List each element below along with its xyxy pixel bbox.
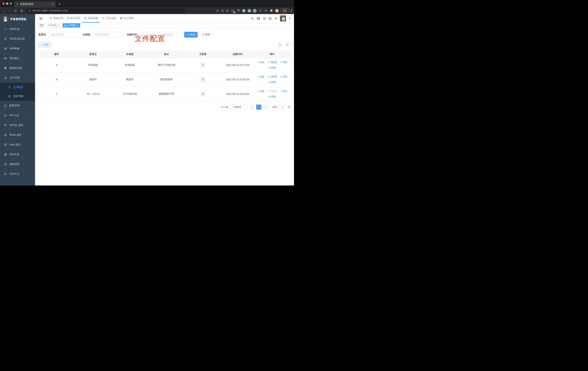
tag-home[interactable]: 首页 [38, 23, 45, 27]
delete-link[interactable]: 删除 [268, 81, 276, 84]
close-icon[interactable]: ✕ [58, 24, 60, 27]
sidebar-item-form-builder[interactable]: 表单构建 [0, 44, 35, 53]
sidebar-item-code-gen-demo[interactable]: 代码生成示例 [0, 34, 35, 44]
table-search-button[interactable] [277, 42, 283, 48]
nav-item-payment[interactable]: ¥ 支付管理 [65, 14, 82, 23]
extension-eye-icon[interactable] [264, 9, 268, 12]
nav-item-system[interactable]: 系统管理 [48, 14, 65, 23]
close-window-button[interactable] [2, 2, 5, 5]
close-icon[interactable]: ✕ [77, 24, 78, 27]
sidebar-item-file-config[interactable]: 文件配置 [0, 83, 35, 92]
extension-star-icon[interactable] [258, 9, 262, 12]
extension-gem-icon[interactable] [237, 9, 240, 12]
reset-button[interactable]: 重置 [199, 32, 213, 38]
extension-v-icon[interactable]: v [253, 9, 256, 12]
doc-edit-icon [4, 114, 7, 117]
add-button[interactable]: + 新增 [39, 42, 51, 48]
page-number-button[interactable]: 1 [256, 105, 261, 110]
test-link[interactable]: 测试 [280, 61, 287, 64]
date-end-input[interactable] [161, 33, 174, 36]
delete-link[interactable]: 删除 [268, 66, 276, 69]
sidebar-item-code-gen[interactable]: 代码生成 [0, 24, 35, 34]
sidebar-item-tracing[interactable]: 链路追踪 [0, 159, 35, 169]
sidebar-item-label: 文件管理 [10, 76, 20, 79]
zoom-window-button[interactable] [10, 2, 12, 5]
password-key-icon[interactable] [216, 9, 219, 12]
nav-item-workflow[interactable]: 工作流程 [100, 14, 118, 23]
date-start-input[interactable] [145, 33, 158, 36]
browser-tab[interactable]: 芋道管理系统 ✕ [14, 1, 56, 7]
share-icon[interactable] [221, 9, 224, 12]
doc-edit-icon [4, 172, 7, 175]
help-icon[interactable] [263, 17, 266, 20]
search-button[interactable]: 搜索 [184, 32, 198, 38]
nav-item-label: 统计报表 [124, 17, 134, 20]
gear-icon [50, 17, 52, 20]
sidebar-item-label: 代码生成 [9, 27, 20, 31]
url-bar[interactable]: 127.0.0.1:1024/infra/file/file-config [26, 8, 185, 13]
cell-id: 5 [39, 58, 74, 72]
sidebar-collapse-icon[interactable] [37, 17, 44, 20]
active-dot [64, 25, 66, 26]
user-menu-caret-icon[interactable] [289, 18, 291, 19]
next-page-button[interactable]: › [263, 105, 268, 110]
bookmark-star-icon[interactable] [226, 9, 229, 12]
eye-icon [4, 163, 7, 166]
date-range-picker[interactable]: - [139, 32, 181, 38]
prev-page-button[interactable]: ‹ [249, 105, 254, 110]
browser-menu-icon[interactable]: ••• [291, 9, 292, 12]
sidebar-item-config-management[interactable]: 配置管理 [0, 101, 35, 111]
nav-item-infrastructure[interactable]: 基础设施 [82, 14, 100, 23]
sidebar-item-mysql-monitor[interactable]: MySQL 监控 [0, 120, 35, 130]
sidebar-item-db-doc[interactable]: 数据库文档 [0, 63, 35, 73]
extension-command-icon[interactable]: ⌘ [242, 9, 246, 12]
page-size-select[interactable]: 10条/页 [230, 105, 248, 110]
browser-update-button[interactable]: 更新 [281, 9, 289, 13]
goto-page-input[interactable] [279, 105, 286, 110]
col-header-storage: 存储器 [112, 51, 148, 58]
home-button[interactable] [20, 9, 25, 12]
test-link[interactable]: 测试 [280, 90, 287, 93]
table-refresh-button[interactable] [285, 42, 290, 48]
reload-button[interactable] [14, 9, 18, 12]
fullscreen-icon[interactable] [269, 17, 272, 20]
config-name-input[interactable] [49, 32, 79, 37]
delete-link[interactable]: 删除 [268, 95, 276, 98]
user-avatar-qr[interactable] [280, 15, 286, 22]
nav-item-reports[interactable]: 统计报表 [118, 14, 136, 23]
search-icon[interactable] [251, 17, 254, 20]
macos-traffic-lights[interactable] [2, 2, 12, 5]
edit-link[interactable]: 修改 [257, 61, 264, 64]
config-name-label: 配置名 [39, 33, 46, 36]
sidebar-item-java-monitor[interactable]: Java 监控 [0, 140, 35, 149]
extension-dot-icon[interactable] [248, 9, 251, 12]
storage-select[interactable]: 请选择存储器 [93, 32, 123, 38]
extensions-puzzle-icon[interactable] [270, 9, 273, 12]
chevron-down-icon [30, 115, 32, 117]
minimize-window-button[interactable] [6, 2, 8, 5]
font-size-icon[interactable]: тT [274, 17, 277, 20]
sidebar-item-scheduled-tasks[interactable]: 定时任务 [0, 149, 35, 159]
sidebar-item-file-management[interactable]: 文件管理 [0, 73, 35, 83]
sidebar-logo[interactable]: 芋道管理系统 [0, 14, 35, 24]
extension-tabs-icon[interactable]: 11 [231, 9, 235, 12]
master-config-link[interactable]: 主配置 [267, 61, 277, 64]
tab-close-icon[interactable]: ✕ [51, 3, 54, 6]
sidebar-item-file-list[interactable]: 文件列表 [0, 92, 35, 101]
edit-link[interactable]: 修改 [257, 90, 264, 93]
master-config-link[interactable]: 主配置 [267, 75, 277, 78]
forward-button[interactable]: → [8, 9, 12, 12]
tag-profile[interactable]: 个人中心✕ [47, 23, 62, 27]
test-link[interactable]: 测试 [280, 75, 287, 78]
tag-file-config[interactable]: 文件配置✕ [63, 23, 80, 27]
sidebar-item-system-api[interactable]: 系统接口 [0, 53, 35, 63]
sidebar-item-redis-monitor[interactable]: Redis 监控 [0, 130, 35, 140]
extension-emoji-icon[interactable] [275, 9, 279, 12]
site-info-icon[interactable] [29, 10, 31, 12]
edit-link[interactable]: 修改 [257, 75, 264, 78]
sidebar-item-log-center[interactable]: 日志中心 [0, 169, 35, 179]
sidebar-item-api-log[interactable]: API 日志 [0, 111, 35, 120]
back-button[interactable]: ← [2, 9, 6, 12]
github-icon[interactable] [257, 17, 260, 20]
new-tab-button[interactable]: + [59, 2, 61, 6]
